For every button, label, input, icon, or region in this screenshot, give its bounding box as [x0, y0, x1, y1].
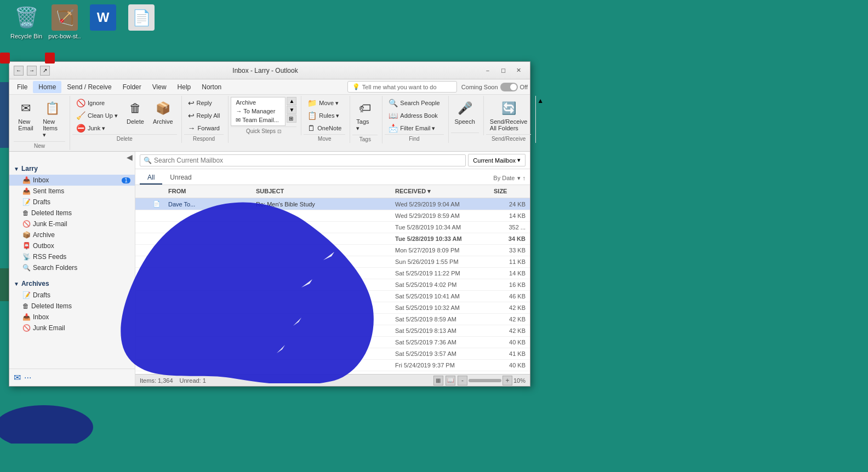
sort-direction-arrow[interactable]: ↑	[523, 175, 526, 181]
speech-button[interactable]: 🎤 Speech	[451, 97, 479, 128]
menu-home[interactable]: Home	[33, 81, 61, 93]
email-row[interactable]: Sun 5/26/2019 1:55 PM 11 KB	[135, 256, 530, 268]
menu-help[interactable]: Help	[172, 81, 197, 93]
quickstep-to-manager[interactable]: → To Manager	[233, 107, 283, 115]
sidebar-item-arch-inbox[interactable]: 📥 Inbox	[9, 312, 135, 323]
quick-access-back[interactable]: ←	[14, 66, 24, 76]
email-row[interactable]: Sat 5/25/2019 3:57 AM 41 KB	[135, 348, 530, 360]
sidebar-item-arch-junk[interactable]: 🚫 Junk Email	[9, 323, 135, 333]
email-row[interactable]: Sat 5/25/2019 8:13 AM 42 KB	[135, 325, 530, 337]
sidebar-collapse-button[interactable]: ◀	[127, 153, 133, 162]
new-items-button[interactable]: 📋 NewItems ▾	[39, 97, 65, 141]
quick-access-save[interactable]: ↗	[40, 66, 50, 76]
email-row[interactable]: Tue 5/28/2019 10:33 AM 34 KB	[135, 233, 530, 245]
move-button[interactable]: 📁 Move ▾	[304, 97, 345, 109]
rules-button[interactable]: 📋 Rules ▾	[304, 110, 345, 122]
word-doc-icon[interactable]: W	[81, 4, 125, 33]
ignore-button[interactable]: 🚫 Ignore	[72, 97, 122, 109]
sidebar-item-deleted[interactable]: 🗑 Deleted Items	[9, 208, 135, 218]
tell-me-input[interactable]: 💡 Tell me what you want to do	[347, 81, 457, 93]
delete-button[interactable]: 🗑 Delete	[123, 97, 148, 128]
archives-section-header[interactable]: ▼ Archives	[9, 278, 135, 290]
more-nav-icon[interactable]: ···	[24, 373, 31, 383]
archive-button[interactable]: 📦 Archive	[149, 97, 177, 128]
zoom-out-button[interactable]: -	[458, 376, 467, 385]
email-row[interactable]: Sat 5/25/2019 10:41 AM 46 KB	[135, 291, 530, 302]
arch-drafts-label: Drafts	[33, 291, 50, 299]
menu-folder[interactable]: Folder	[117, 81, 147, 93]
quickstep-expand[interactable]: ⊞	[287, 114, 296, 123]
address-book-button[interactable]: 📖 Address Book	[385, 110, 443, 122]
minimize-button[interactable]: −	[481, 65, 495, 77]
sidebar-item-arch-deleted[interactable]: 🗑 Deleted Items	[9, 301, 135, 312]
zoom-in-button[interactable]: +	[502, 376, 512, 385]
menu-send-receive[interactable]: Send / Receive	[61, 81, 117, 93]
zoom-slider[interactable]	[469, 379, 501, 382]
header-subject[interactable]: SUBJECT	[254, 187, 393, 196]
search-input-wrap[interactable]: 🔍	[140, 154, 466, 166]
email-row[interactable]: Sat 5/25/2019 7:36 AM 40 KB	[135, 337, 530, 348]
tab-all[interactable]: All	[140, 171, 162, 185]
email-row[interactable]: Fri 5/24/2019 9:37 PM 40 KB	[135, 360, 530, 371]
email-row[interactable]: Mon 5/27/2019 8:09 PM 33 KB	[135, 245, 530, 256]
sidebar-item-junk[interactable]: 🚫 Junk E-mail	[9, 218, 135, 229]
quickstep-down[interactable]: ▼	[287, 106, 296, 114]
email-row[interactable]: Sat 5/25/2019 4:02 PM 16 KB	[135, 279, 530, 291]
reply-button[interactable]: ↩ Reply	[184, 97, 224, 109]
tags-button[interactable]: 🏷 Tags ▾	[352, 97, 378, 135]
quickstep-up[interactable]: ▲	[287, 97, 296, 105]
recycle-bin-icon[interactable]: 🗑️ Recycle Bin	[4, 4, 48, 39]
reply-all-button[interactable]: ↩ Reply All	[184, 110, 224, 122]
quickstep-team-email[interactable]: ✉ Team Email...	[233, 116, 283, 124]
close-button[interactable]: ✕	[511, 65, 526, 77]
search-input[interactable]	[154, 157, 462, 164]
email-row[interactable]: Sat 5/25/2019 10:32 AM 42 KB	[135, 302, 530, 314]
move-group-buttons: 📁 Move ▾ 📋 Rules ▾ 🗒 OneNote	[304, 97, 345, 134]
cleanup-button[interactable]: 🧹 Clean Up ▾	[72, 110, 122, 122]
pvc-bow-icon[interactable]: 🏹 pvc-bow-st..	[43, 4, 87, 39]
quick-access-forward[interactable]: →	[27, 66, 37, 76]
reading-view-button[interactable]: 📖	[446, 376, 455, 385]
search-people-button[interactable]: 🔍 Search People	[385, 97, 443, 109]
sidebar-item-inbox[interactable]: 📥 Inbox 1	[9, 175, 135, 186]
header-received[interactable]: RECEIVED ▾	[393, 187, 492, 196]
sidebar-item-search-folders[interactable]: 🔍 Search Folders	[9, 262, 135, 273]
new-email-button[interactable]: ✉ NewEmail	[14, 97, 38, 134]
archive-label: Archive	[153, 118, 173, 125]
normal-view-button[interactable]: ▦	[433, 376, 443, 385]
menu-norton[interactable]: Norton	[196, 81, 227, 93]
header-size[interactable]: SIZE	[492, 187, 530, 196]
mail-nav-icon[interactable]: ✉	[14, 372, 21, 383]
quickstep-archive[interactable]: Archive	[233, 99, 283, 106]
larry-section-header[interactable]: ▼ Larry	[9, 163, 135, 175]
send-receive-all-button[interactable]: 🔄 Send/ReceiveAll Folders	[486, 97, 532, 134]
forward-button[interactable]: → Forward	[184, 122, 224, 134]
search-folders-icon: 🔍	[22, 264, 31, 272]
email-row[interactable]: Tue 5/28/2019 10:34 AM 352 ...	[135, 222, 530, 233]
email-row[interactable]: Sat 5/25/2019 11:22 PM 14 KB	[135, 268, 530, 279]
sidebar-item-drafts[interactable]: 📝 Drafts	[9, 197, 135, 208]
menu-file[interactable]: File	[12, 81, 33, 93]
restore-button[interactable]: ◻	[496, 65, 510, 77]
search-scope-button[interactable]: Current Mailbox ▾	[468, 154, 526, 166]
filter-email-button[interactable]: 📩 Filter Email ▾	[385, 122, 443, 134]
coming-soon-toggle[interactable]	[500, 83, 518, 91]
text-doc-icon[interactable]: 📄	[119, 4, 163, 33]
sidebar-item-sent[interactable]: 📤 Sent Items	[9, 186, 135, 197]
sort-dropdown-arrow[interactable]: ▾	[517, 175, 521, 182]
sidebar-item-outbox[interactable]: 📮 Outbox	[9, 240, 135, 251]
svg-point-0	[0, 405, 93, 444]
tab-unread[interactable]: Unread	[162, 171, 199, 185]
header-from[interactable]: FROM	[166, 187, 254, 196]
ribbon-collapse-button[interactable]: ▲	[536, 96, 545, 106]
email-row[interactable]: 📄 Dave To... Re: Men's Bible Study Wed 5…	[135, 198, 530, 210]
junk-button[interactable]: ⛔ Junk ▾	[72, 122, 122, 134]
email-row[interactable]: Wed 5/29/2019 8:59 AM 14 KB	[135, 210, 530, 222]
email-row[interactable]: Sat 5/25/2019 8:59 AM 42 KB	[135, 314, 530, 325]
sidebar-item-rss[interactable]: 📡 RSS Feeds	[9, 251, 135, 262]
onenote-button[interactable]: 🗒 OneNote	[304, 122, 345, 134]
sidebar-item-arch-drafts[interactable]: 📝 Drafts	[9, 290, 135, 301]
sidebar-item-archive[interactable]: 📦 Archive	[9, 229, 135, 240]
menu-view[interactable]: View	[147, 81, 172, 93]
quicksteps-expand-icon[interactable]: ⊡	[277, 129, 282, 134]
